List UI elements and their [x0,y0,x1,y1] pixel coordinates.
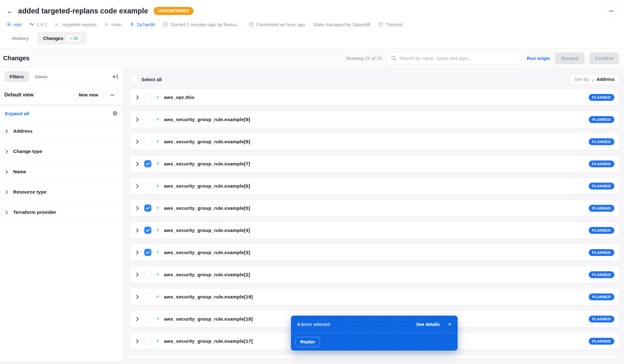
chevron-right-icon[interactable] [135,294,140,299]
list-item[interactable]: + aws_security_group_rule.example[9] PLA… [130,111,620,128]
close-icon[interactable]: × [448,321,451,327]
meta-label: root [13,22,22,27]
row-checkbox[interactable] [144,138,151,145]
run-origin-link[interactable]: Run origin [527,56,550,61]
meta-label: 2a7ae96 [137,22,155,27]
more-options-button[interactable]: ••• [605,6,618,16]
filter-section-name[interactable]: Name [0,162,123,182]
filter-section-address[interactable]: Address [0,121,123,141]
create-plus-icon: + [156,249,160,255]
filter-section-change-type[interactable]: Change type [0,141,123,162]
status-badge: PLANNED [589,138,614,145]
meta-commit[interactable]: 2a7ae96 [130,22,155,27]
filter-section-label: Resource type [13,189,47,195]
resource-address: aws_security_group_rule.example[4] [164,228,250,233]
confirm-button[interactable]: Confirm [589,52,619,64]
status-badge: PLANNED [589,338,614,345]
chevron-right-icon[interactable] [135,339,140,344]
view-options-button[interactable]: ••• [106,90,118,100]
filter-section-label: Name [13,169,26,175]
root-target-icon [6,22,11,27]
meta-state-managed: State managed by Spacelift [313,22,370,27]
list-item[interactable]: + aws_security_group_rule.example[8] PLA… [130,133,620,150]
list-item[interactable]: + aws_security_group_rule.example[6] PLA… [130,177,620,194]
search-icon [391,56,396,61]
discard-button[interactable]: Discard [555,52,584,64]
row-checkbox[interactable] [144,249,151,256]
meta-terraform-version: 1.5.2 [30,22,47,27]
new-view-button[interactable]: New view [74,90,103,100]
meta-stack-root[interactable]: root [6,22,22,27]
tab-changes[interactable]: Changes + 22 [37,32,86,45]
filter-section-terraform-provider[interactable]: Terraform provider [0,202,123,223]
search-input[interactable] [399,56,517,61]
row-checkbox[interactable] [144,271,151,278]
row-checkbox[interactable] [144,160,151,167]
list-item-partial[interactable] [130,355,620,358]
row-checkbox[interactable] [144,293,151,300]
meta-committed: Committed an hour ago [249,22,305,27]
row-checkbox[interactable] [144,337,151,345]
meta-label: Committed an hour ago [256,22,305,27]
chevron-right-icon[interactable] [135,250,140,255]
list-item[interactable]: + aws_vpc.this PLANNED [130,89,620,106]
chevron-right-icon[interactable] [135,95,140,100]
changes-count-badge: + 22 [66,35,81,42]
sidebar-tab-views[interactable]: Views [29,71,53,82]
filters-sidebar: Filters Views Default view New view ••• … [0,68,123,361]
chevron-right-icon [4,149,9,154]
select-all-label: Select all [141,77,162,82]
replan-button[interactable]: Replan [295,337,320,347]
sidebar-tab-filters[interactable]: Filters [4,71,29,82]
meta-label: 1.5.2 [37,22,47,27]
list-item[interactable]: + aws_security_group_rule.example[4] PLA… [130,222,620,239]
search-box[interactable] [387,52,522,65]
row-checkbox[interactable] [144,116,151,123]
list-item[interactable]: + aws_security_group_rule.example[7] PLA… [130,155,620,172]
run-status-badge: UNCONFIRMED [154,7,193,15]
chevron-right-icon[interactable] [135,206,140,211]
status-badge: PLANNED [589,205,614,212]
tab-history[interactable]: History [6,33,34,44]
chevron-right-icon[interactable] [135,161,140,166]
row-checkbox[interactable] [144,204,151,212]
sort-by-control[interactable]: Sort by: ↓ Address [570,74,619,85]
resource-address: aws_security_group_rule.example[8] [164,139,250,145]
chevron-right-icon[interactable] [135,228,140,233]
row-checkbox[interactable] [144,315,151,322]
resource-address: aws_vpc.this [164,95,194,100]
resource-address: aws_security_group_rule.example[5] [164,205,250,211]
chevron-right-icon[interactable] [135,317,140,322]
chevron-right-icon[interactable] [135,139,140,144]
status-badge: PLANNED [589,94,614,101]
chevron-right-icon[interactable] [135,272,140,277]
row-checkbox[interactable] [144,182,151,189]
filter-section-resource-type[interactable]: Resource type [0,182,123,202]
see-details-link[interactable]: See details [416,322,440,327]
status-badge: PLANNED [589,271,614,278]
chevron-right-icon[interactable] [135,184,140,189]
list-item[interactable]: + aws_security_group_rule.example[2] PLA… [130,266,620,283]
collapse-sidebar-icon[interactable] [113,74,118,79]
filter-section-label: Terraform provider [13,209,56,215]
chevron-right-icon [4,190,9,194]
tab-changes-label: Changes [43,36,63,41]
gear-icon[interactable]: ⚙ [112,111,118,116]
row-checkbox[interactable] [144,94,151,101]
commit-icon [130,22,135,27]
create-plus-icon: + [156,160,160,167]
expand-all-link[interactable]: Expand all [5,111,29,116]
list-item[interactable]: + aws_security_group_rule.example[5] PLA… [130,199,620,217]
chevron-right-icon [4,170,9,174]
select-all-checkbox[interactable] [130,76,137,83]
default-view-label: Default view [4,92,33,98]
chevron-right-icon[interactable] [135,117,140,122]
row-checkbox[interactable] [144,227,151,234]
create-plus-icon: + [156,271,160,278]
back-arrow-icon[interactable]: ← [6,7,14,15]
status-badge: PLANNED [589,249,614,256]
meta-label: Started 2 minutes ago by flavius... [170,22,241,27]
list-item[interactable]: + aws_security_group_rule.example[19] PL… [130,288,620,305]
list-item[interactable]: + aws_security_group_rule.example[3] PLA… [130,244,620,261]
resource-address: aws_security_group_rule.example[18] [164,316,253,322]
